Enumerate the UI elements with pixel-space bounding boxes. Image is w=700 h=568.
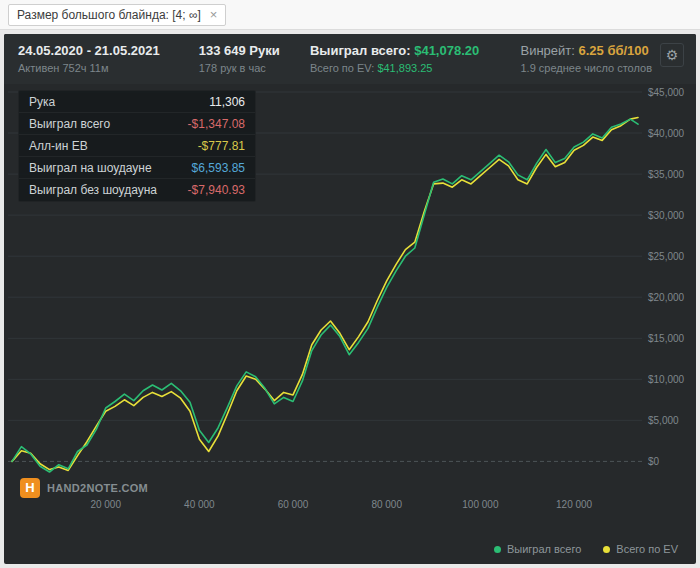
y-axis-label: $35,000 (648, 169, 685, 180)
filter-bar: Размер большого блайнда: [4; ∞] × (0, 0, 700, 30)
y-axis-label: $45,000 (648, 87, 685, 98)
tooltip-label: Выиграл без шоудауна (29, 183, 157, 197)
x-axis-label: 60 000 (278, 499, 309, 510)
tooltip-value: $6,593.85 (192, 161, 245, 175)
legend-item-ev[interactable]: Всего по EV (603, 543, 678, 555)
ev-value: $41,893.25 (377, 62, 432, 74)
gear-icon: ⚙ (666, 47, 679, 63)
winrate-label: Винрейт: (520, 43, 574, 58)
filter-chip[interactable]: Размер большого блайнда: [4; ∞] × (8, 4, 226, 26)
y-axis-label: $25,000 (648, 251, 685, 262)
tooltip-row: Рука 11,306 (19, 91, 255, 113)
legend-label-won: Выиграл всего (507, 543, 581, 555)
winnings-column: Выиграл всего: $41,078.20 Всего по EV: $… (310, 43, 521, 74)
x-axis-label: 120 000 (556, 499, 593, 510)
y-axis-label: $15,000 (648, 333, 685, 344)
stats-header: 24.05.2020 - 21.05.2021 Активен 752ч 11м… (4, 34, 696, 84)
y-axis-label: $40,000 (648, 128, 685, 139)
filter-chip-label: Размер большого блайнда: [4; ∞] (17, 8, 201, 22)
session-report-panel: 24.05.2020 - 21.05.2021 Активен 752ч 11м… (4, 34, 696, 564)
tooltip-label: Выиграл всего (29, 117, 110, 131)
hand2note-logo-icon: H (20, 478, 40, 498)
tooltip-label: Рука (29, 95, 55, 109)
y-axis-label: $0 (648, 456, 660, 467)
settings-button[interactable]: ⚙ (660, 43, 684, 67)
x-axis-label: 100 000 (462, 499, 499, 510)
date-range: 24.05.2020 - 21.05.2021 (18, 43, 199, 58)
tooltip-label: Выиграл на шоудауне (29, 161, 152, 175)
avg-tables: 1.9 среднее число столов (520, 62, 652, 74)
ev-label: Всего по EV: (310, 62, 374, 74)
tooltip-value: -$7,940.93 (188, 183, 245, 197)
tooltip-label: Алл-ин EВ (29, 139, 88, 153)
hover-tooltip: Рука 11,306 Выиграл всего -$1,347.08 Алл… (18, 90, 256, 202)
chart-legend: Выиграл всего Всего по EV (4, 536, 696, 562)
winrate-value: 6.25 бб/100 (579, 43, 649, 58)
x-axis-label: 20 000 (90, 499, 121, 510)
y-axis-label: $10,000 (648, 374, 685, 385)
winnings-chart[interactable]: Рука 11,306 Выиграл всего -$1,347.08 Алл… (4, 84, 696, 536)
hand2note-logo-text: HAND2NOTE.COM (47, 482, 148, 494)
hands-column: 133 649 Руки 178 рук в час (199, 43, 310, 74)
legend-label-ev: Всего по EV (616, 543, 678, 555)
won-value: $41,078.20 (414, 43, 479, 58)
date-column: 24.05.2020 - 21.05.2021 Активен 752ч 11м (18, 43, 199, 74)
legend-dot-ev (603, 546, 610, 553)
y-axis-label: $5,000 (648, 415, 679, 426)
tooltip-value: -$777.81 (198, 139, 245, 153)
tooltip-value: 11,306 (209, 95, 245, 109)
tooltip-row: Выиграл без шоудауна -$7,940.93 (19, 179, 255, 201)
winrate-column: Винрейт: 6.25 бб/100 1.9 среднее число с… (520, 43, 652, 74)
y-axis-label: $20,000 (648, 292, 685, 303)
legend-item-won[interactable]: Выиграл всего (494, 543, 581, 555)
legend-dot-won (494, 546, 501, 553)
close-icon[interactable]: × (210, 8, 218, 21)
y-axis-label: $30,000 (648, 210, 685, 221)
tooltip-row: Выиграл на шоудауне $6,593.85 (19, 157, 255, 179)
tooltip-row: Выиграл всего -$1,347.08 (19, 113, 255, 135)
active-time: Активен 752ч 11м (18, 62, 199, 74)
tooltip-value: -$1,347.08 (188, 117, 245, 131)
x-axis-label: 80 000 (371, 499, 402, 510)
hands-count: 133 649 Руки (199, 43, 310, 58)
hands-rate: 178 рук в час (199, 62, 310, 74)
x-axis-label: 40 000 (184, 499, 215, 510)
hand2note-logo: H HAND2NOTE.COM (20, 478, 148, 498)
won-label: Выиграл всего: (310, 43, 411, 58)
tooltip-row: Алл-ин EВ -$777.81 (19, 135, 255, 157)
